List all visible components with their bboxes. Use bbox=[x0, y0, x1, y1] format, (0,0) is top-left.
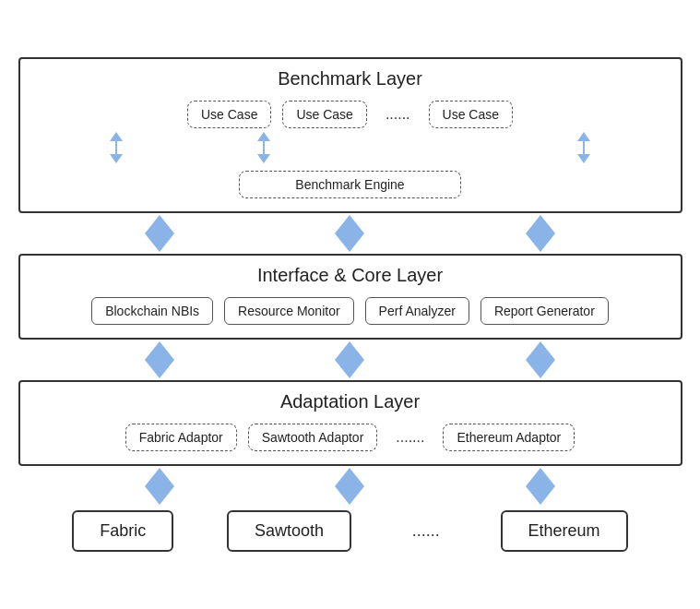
blockchain-nbis: Blockchain NBIs bbox=[91, 297, 213, 325]
arrows-adaptation-nodes bbox=[18, 468, 682, 505]
big-arrow-down-7 bbox=[145, 486, 174, 505]
report-generator: Report Generator bbox=[481, 297, 609, 325]
arrow-down-2 bbox=[257, 154, 270, 163]
big-arrow-up-5 bbox=[335, 341, 364, 360]
big-arrow-down-9 bbox=[526, 486, 555, 505]
nodes-ellipsis: ...... bbox=[405, 510, 447, 552]
use-case-3: Use Case bbox=[429, 101, 513, 128]
big-arrow-down-6 bbox=[526, 360, 555, 378]
use-case-ellipsis: ...... bbox=[378, 106, 418, 123]
use-case-arrows bbox=[42, 132, 658, 163]
big-arrow-9 bbox=[526, 468, 555, 505]
adaptation-layer-title: Adaptation Layer bbox=[33, 391, 668, 412]
arrow-line-2 bbox=[263, 141, 265, 154]
sawtooth-node: Sawtooth bbox=[227, 510, 351, 552]
big-arrow-up-6 bbox=[526, 341, 555, 360]
big-arrow-up-7 bbox=[145, 468, 174, 486]
arrow-down-3 bbox=[577, 154, 590, 163]
big-arrow-down-4 bbox=[145, 360, 174, 378]
big-arrow-8 bbox=[335, 468, 364, 505]
fabric-node: Fabric bbox=[72, 510, 173, 552]
big-arrow-1 bbox=[145, 215, 174, 252]
blockchain-nodes-row: Fabric Sawtooth ...... Ethereum bbox=[18, 510, 682, 552]
use-case-1: Use Case bbox=[187, 101, 271, 128]
big-arrow-up-3 bbox=[526, 215, 555, 233]
arrow-down-1 bbox=[110, 154, 123, 163]
big-arrow-up-8 bbox=[335, 468, 364, 486]
benchmark-engine: Benchmark Engine bbox=[239, 171, 460, 198]
big-arrow-7 bbox=[145, 468, 174, 505]
big-arrow-4 bbox=[145, 341, 174, 378]
interface-layer-title: Interface & Core Layer bbox=[33, 265, 668, 286]
small-arrow-1 bbox=[110, 132, 123, 163]
ethereum-node: Ethereum bbox=[501, 510, 628, 552]
big-arrow-down-8 bbox=[335, 486, 364, 505]
benchmark-layer: Benchmark Layer Use Case Use Case ......… bbox=[18, 57, 682, 213]
big-arrow-up-9 bbox=[526, 468, 555, 486]
small-arrow-2 bbox=[257, 132, 270, 163]
big-arrow-5 bbox=[335, 341, 364, 378]
resource-monitor: Resource Monitor bbox=[224, 297, 354, 325]
architecture-diagram: Benchmark Layer Use Case Use Case ......… bbox=[18, 57, 682, 552]
perf-analyzer: Perf Analyzer bbox=[365, 297, 469, 325]
use-case-2: Use Case bbox=[282, 101, 366, 128]
ethereum-adaptor: Ethereum Adaptor bbox=[443, 424, 575, 451]
adaptation-components-row: Fabric Adaptor Sawtooth Adaptor ....... … bbox=[33, 424, 668, 451]
interface-components-row: Blockchain NBIs Resource Monitor Perf An… bbox=[33, 297, 668, 325]
adaptation-layer: Adaptation Layer Fabric Adaptor Sawtooth… bbox=[18, 380, 682, 466]
adaptor-ellipsis: ....... bbox=[388, 429, 432, 446]
big-arrow-up-4 bbox=[145, 341, 174, 360]
use-cases-row: Use Case Use Case ...... Use Case bbox=[33, 101, 668, 128]
big-arrow-down-3 bbox=[526, 233, 555, 252]
big-arrow-up-1 bbox=[145, 215, 174, 233]
small-arrow-3 bbox=[577, 132, 590, 163]
benchmark-layer-title: Benchmark Layer bbox=[33, 68, 668, 90]
fabric-adaptor: Fabric Adaptor bbox=[125, 424, 237, 451]
arrow-line-3 bbox=[583, 141, 585, 154]
big-arrow-up-2 bbox=[335, 215, 364, 233]
arrow-line-1 bbox=[115, 141, 117, 154]
big-arrow-down-5 bbox=[335, 360, 364, 378]
arrows-benchmark-interface bbox=[18, 215, 682, 252]
big-arrow-down-1 bbox=[145, 233, 174, 252]
big-arrow-down-2 bbox=[335, 233, 364, 252]
big-arrow-3 bbox=[526, 215, 555, 252]
big-arrow-2 bbox=[335, 215, 364, 252]
arrow-up-3 bbox=[577, 132, 590, 141]
big-arrow-6 bbox=[526, 341, 555, 378]
arrow-up-1 bbox=[110, 132, 123, 141]
benchmark-engine-row: Benchmark Engine bbox=[33, 171, 668, 198]
arrows-interface-adaptation bbox=[18, 341, 682, 378]
arrow-up-2 bbox=[257, 132, 270, 141]
interface-layer: Interface & Core Layer Blockchain NBIs R… bbox=[18, 254, 682, 340]
sawtooth-adaptor: Sawtooth Adaptor bbox=[248, 424, 378, 451]
